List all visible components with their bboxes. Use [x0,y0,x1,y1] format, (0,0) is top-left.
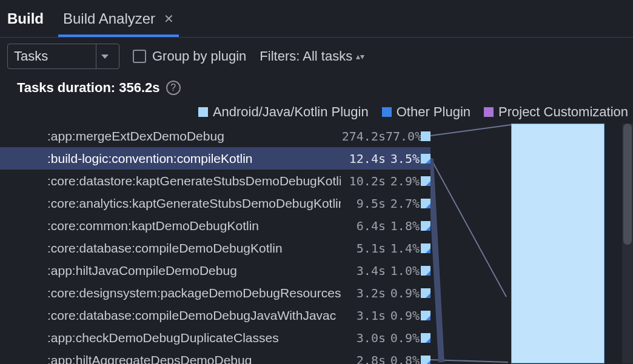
task-list: :app:mergeExtDexDemoDebug274.2s77.0%:bui… [0,122,430,364]
task-percent: 1.4% [386,241,420,256]
task-row[interactable]: :app:checkDemoDebugDuplicateClasses3.0s0… [0,326,430,349]
chart-panel [430,122,633,364]
mini-bar-icon [421,288,430,298]
task-name: :core:database:compileDemoDebugKotlin [47,241,341,256]
checkbox-icon[interactable] [133,50,146,63]
mini-bar-icon [421,266,430,276]
task-time: 2.8s [341,353,386,365]
task-time: 5.1s [341,241,386,256]
task-percent: 1.8% [386,219,420,233]
stacked-bar[interactable] [511,124,605,363]
task-row[interactable]: :app:mergeExtDexDemoDebug274.2s77.0% [0,125,430,147]
sort-icon: ▴▾ [356,51,364,61]
task-percent: 3.5% [386,151,420,166]
legend-label: Project Customization [498,104,628,120]
task-name: :core:common:kaptDemoDebugKotlin [47,219,341,233]
group-by-plugin-option[interactable]: Group by plugin [133,48,246,64]
task-time: 12.4s [341,151,386,166]
svg-line-3 [430,159,441,362]
filters-dropdown[interactable]: Filters: All tasks ▴▾ [260,48,364,64]
task-percent: 1.0% [386,263,420,278]
duration-text: Tasks duration: 356.2s [17,80,160,96]
task-row[interactable]: :build-logic:convention:compileKotlin12.… [0,147,430,170]
task-time: 6.4s [341,219,386,233]
legend-other-plugin: Other Plugin [382,104,471,120]
mini-bar-icon [421,199,430,208]
task-name: :app:hiltJavaCompileDemoDebug [47,263,341,278]
tab-build-label: Build [7,10,44,27]
task-percent: 0.9% [386,286,420,300]
swatch-icon [382,107,392,117]
legend-android-plugin: Android/Java/Kotlin Plugin [198,104,369,120]
task-time: 9.5s [341,196,386,211]
task-percent: 0.8% [386,353,420,365]
legend-label: Other Plugin [397,104,471,120]
task-name: :app:hiltAggregateDepsDemoDebug [47,353,341,365]
task-percent: 77.0% [386,129,420,144]
task-percent: 2.9% [386,174,420,188]
task-percent: 0.9% [386,331,420,345]
task-row[interactable]: :app:hiltJavaCompileDemoDebug3.4s1.0% [0,259,430,282]
chevron-down-icon [96,44,113,68]
mini-bar-icon [421,243,430,253]
task-time: 3.0s [341,331,386,345]
mini-bar-icon [421,221,430,231]
task-percent: 0.9% [386,308,420,323]
task-row[interactable]: :app:hiltAggregateDepsDemoDebug2.8s0.8% [0,349,430,364]
task-row[interactable]: :core:analytics:kaptGenerateStubsDemoDeb… [0,192,430,214]
duration-summary: Tasks duration: 356.2s ? [0,69,633,96]
task-name: :core:datastore:kaptGenerateStubsDemoDeb… [47,174,341,188]
scrollbar[interactable] [622,124,633,363]
task-name: :core:database:compileDemoDebugJavaWithJ… [47,308,341,323]
toolbar: Tasks Group by plugin Filters: All tasks… [0,38,633,69]
mini-bar-icon [421,356,430,365]
view-dropdown[interactable]: Tasks [7,44,119,69]
help-icon[interactable]: ? [166,81,181,95]
task-row[interactable]: :core:common:kaptDemoDebugKotlin6.4s1.8% [0,214,430,237]
task-name: :build-logic:convention:compileKotlin [47,151,341,166]
task-time: 3.1s [341,308,386,323]
view-dropdown-value: Tasks [14,48,48,64]
task-row[interactable]: :core:database:compileDemoDebugJavaWithJ… [0,304,430,326]
task-row[interactable]: :core:designsystem:packageDemoDebugResou… [0,282,430,304]
legend-project-customization: Project Customization [484,104,628,120]
mini-bar-icon [421,176,430,186]
filters-label: Filters: All tasks [260,48,352,64]
legend: Android/Java/Kotlin Plugin Other Plugin … [0,96,633,122]
svg-line-0 [430,125,511,136]
legend-label: Android/Java/Kotlin Plugin [213,104,369,120]
task-time: 3.4s [341,263,386,278]
tab-build-analyzer[interactable]: Build Analyzer ✕ [63,0,174,37]
content-area: :app:mergeExtDexDemoDebug274.2s77.0%:bui… [0,122,633,364]
task-percent: 2.7% [386,196,420,211]
scroll-thumb[interactable] [623,124,632,245]
mini-bar-icon [421,333,430,343]
close-icon[interactable]: ✕ [164,12,174,26]
swatch-icon [198,107,208,117]
tab-bar: Build Build Analyzer ✕ [0,0,633,38]
swatch-icon [484,107,494,117]
tab-build-analyzer-label: Build Analyzer [63,10,155,27]
mini-bar-icon [421,311,430,320]
svg-line-1 [430,158,506,297]
task-row[interactable]: :core:database:compileDemoDebugKotlin5.1… [0,237,430,259]
task-name: :core:analytics:kaptGenerateStubsDemoDeb… [47,196,341,211]
task-time: 10.2s [341,174,386,188]
mini-bar-icon [421,154,430,164]
task-name: :app:mergeExtDexDemoDebug [47,129,341,144]
task-name: :app:checkDemoDebugDuplicateClasses [47,331,341,345]
task-time: 274.2s [341,129,386,144]
task-name: :core:designsystem:packageDemoDebugResou… [47,286,341,300]
tab-build[interactable]: Build [7,0,44,37]
task-time: 3.2s [341,286,386,300]
group-by-plugin-label: Group by plugin [152,48,246,64]
task-row[interactable]: :core:datastore:kaptGenerateStubsDemoDeb… [0,170,430,192]
mini-bar-icon [421,131,430,141]
